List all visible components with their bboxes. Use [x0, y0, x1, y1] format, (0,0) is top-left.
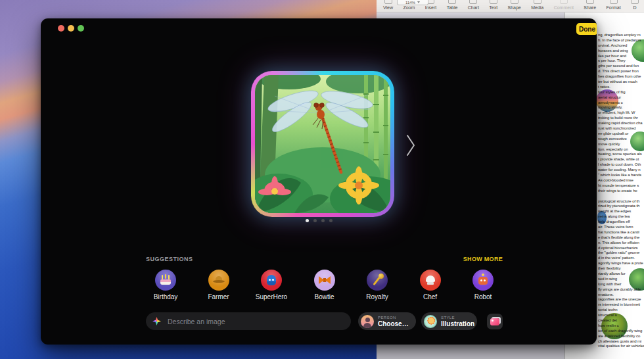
document-text-line: serial techn: [598, 308, 644, 313]
document-text-line: ch alleviates gusts and mi: [598, 339, 644, 345]
suggestion-circle: [208, 270, 229, 291]
pages-toolbar-button[interactable]: View: [383, 0, 393, 10]
document-text-line: structural a: [598, 313, 644, 318]
pages-toolbar-button[interactable]: Media: [531, 0, 543, 10]
suggestion-circle: [420, 270, 441, 291]
pages-toolbar-button[interactable]: Text: [489, 0, 497, 10]
minimize-button[interactable]: [68, 25, 74, 32]
document-text-line: rized by pterostigmata th: [598, 204, 644, 209]
zoom-button[interactable]: [78, 25, 84, 32]
suggestion-icon: [159, 274, 172, 287]
show-more-button[interactable]: SHOW MORE: [463, 256, 503, 262]
suggestion-label: Bowtie: [314, 293, 334, 300]
generated-image[interactable]: [251, 71, 394, 217]
document-text-line: sed in wing: [598, 277, 644, 282]
photos-icon: [490, 318, 499, 325]
document-text-line: created det: [598, 318, 644, 323]
prompt-field-container: [146, 312, 351, 330]
pages-toolbar-button[interactable]: Comment: [554, 0, 574, 10]
suggestion-icon: [318, 274, 331, 287]
generated-image-canvas: [255, 75, 390, 213]
document-text-line: " which looks like a hands: [598, 173, 644, 178]
suggestions-title: SUGGESTIONS: [146, 256, 193, 262]
person-avatar-icon: [361, 315, 374, 328]
document-text-line: moving slowly,: [598, 105, 644, 110]
document-text-line: As cold-blooded inse: [598, 178, 644, 183]
suggestion-icon: [424, 274, 437, 287]
document-text-line: four styles of flig: [598, 90, 644, 95]
carousel-dot[interactable]: [313, 219, 317, 222]
document-text-line: water for cooling. Many n: [598, 168, 644, 173]
document-text-line: n. This allows for efficien: [598, 241, 644, 246]
document-text-line: t ratios.: [598, 85, 644, 90]
pages-toolbar-button[interactable]: Share: [584, 0, 596, 10]
suggestion-circle: [261, 270, 282, 291]
document-text-line: horaxes and wing: [598, 49, 644, 54]
carousel-dot[interactable]: [306, 219, 309, 222]
suggestion-icon: [476, 274, 490, 287]
document-text-line: aerial structur: [598, 95, 644, 101]
person-chip-value: Choose…: [378, 321, 409, 327]
person-chip-label: PERSON: [378, 316, 409, 320]
close-button[interactable]: [58, 25, 64, 32]
document-text-line: making rapid direction cha: [598, 121, 644, 126]
prompt-input[interactable]: [166, 317, 344, 326]
suggestion-item[interactable]: SuperHero: [250, 270, 293, 300]
document-text-line: ee glide updraft or: [598, 132, 644, 137]
style-chip[interactable]: STYLE Illustration: [421, 312, 477, 330]
document-text-line: agonfly wings have a prote: [598, 261, 644, 266]
prompt-bar: PERSON Choose… STYLE Illustration: [146, 312, 503, 330]
done-button[interactable]: Done: [576, 23, 597, 35]
suggestion-icon: [212, 274, 225, 287]
document-text-line: air. These veins form: [598, 225, 644, 230]
document-text-line: aerodynamic c: [598, 101, 644, 106]
suggestion-item[interactable]: Bowtie: [303, 270, 346, 300]
document-text-line: hat functions like a cantil: [598, 230, 644, 235]
document-text-line: ter but without as much: [598, 80, 644, 85]
carousel-dot[interactable]: [329, 219, 333, 222]
desktop: View Zoom Insert Table Chart Text Shape …: [0, 0, 644, 359]
document-text-line: s per hour. They: [598, 59, 644, 64]
suggestion-circle: [155, 270, 176, 291]
suggestion-icon: [265, 274, 278, 287]
document-text-line: d optimal biomechanics: [598, 246, 644, 251]
pages-toolbar-button[interactable]: Shape: [508, 0, 521, 10]
document-text-line: urvival. Anchored: [598, 43, 644, 49]
document-text-line: their flexibility: [598, 266, 644, 272]
suggestion-circle: [367, 270, 388, 291]
person-chip[interactable]: PERSON Choose…: [358, 312, 416, 330]
photo-picker-button[interactable]: [487, 314, 503, 329]
document-text-line: rtantly allows for: [598, 272, 644, 277]
carousel-dot[interactable]: [321, 219, 325, 222]
suggestion-circle: [314, 270, 335, 291]
image-playground-window: Done: [41, 18, 597, 345]
next-image-button[interactable]: [403, 132, 418, 160]
suggestion-label: Royalty: [366, 293, 388, 300]
pages-toolbar-button[interactable]: Format: [606, 0, 620, 10]
suggestion-item[interactable]: Chef: [409, 270, 452, 300]
document-text-line: vital qualities for air vehicles.: [598, 344, 644, 349]
suggestion-label: Birthday: [154, 293, 178, 300]
document-text-line: fly wings are durably able: [598, 287, 644, 293]
zoom-level-dropdown[interactable]: 114%: [397, 0, 428, 5]
suggestion-item[interactable]: Birthday: [144, 270, 187, 300]
suggestion-label: Chef: [423, 293, 437, 300]
pages-toolbar-button[interactable]: Chart: [468, 0, 479, 10]
document-text: ng, dragonflies employ m h. In the face …: [598, 33, 644, 349]
document-text-line: iles per hour and: [598, 54, 644, 59]
document-text-line: t provide shade, while ot: [598, 157, 644, 162]
document-text-line: the "golden ratio" geome: [598, 251, 644, 256]
document-text-line: ht muscle temperature s: [598, 183, 644, 189]
document-text-line: ate a tailored flexibility co: [598, 334, 644, 339]
suggestions-row: Birthday Farmer SuperHero: [144, 270, 505, 300]
style-chip-value: Illustration: [441, 321, 474, 327]
document-text-line: veins along the lea: [598, 214, 644, 220]
suggestion-circle: [472, 270, 494, 291]
suggestion-item[interactable]: Farmer: [197, 270, 241, 300]
style-icon: [424, 315, 437, 328]
pages-toolbar-button[interactable]: D: [631, 0, 639, 10]
suggestion-item[interactable]: Robot: [461, 270, 505, 300]
pages-toolbar-button[interactable]: Table: [447, 0, 458, 10]
suggestion-item[interactable]: Royalty: [356, 270, 399, 300]
document-text-line: troking to build more thr: [598, 116, 644, 121]
